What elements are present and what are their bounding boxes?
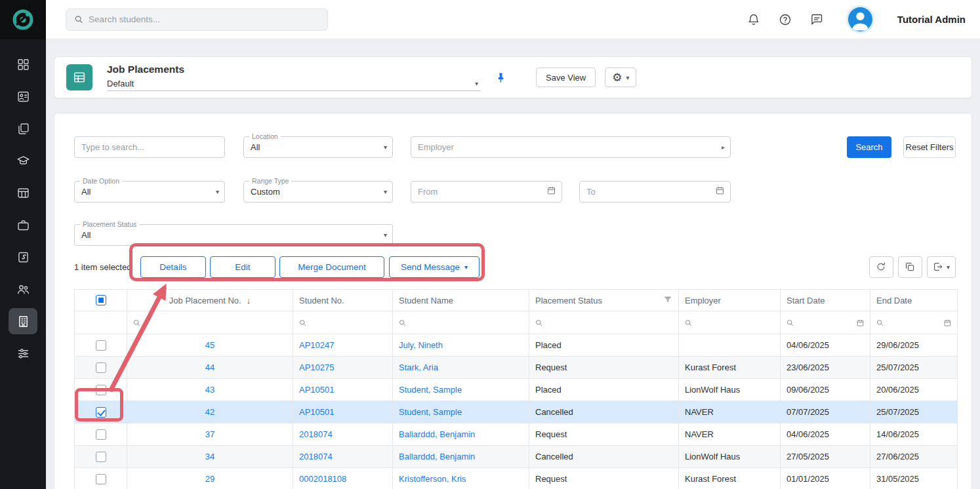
merge-document-button[interactable]: Merge Document xyxy=(279,256,384,278)
sidebar-item-tables[interactable] xyxy=(9,180,37,206)
refresh-button[interactable] xyxy=(869,256,893,278)
job-placement-link[interactable]: 45 xyxy=(205,340,214,350)
job-placement-link[interactable]: 42 xyxy=(205,407,214,417)
filter-input-student-no[interactable] xyxy=(311,318,387,328)
global-search[interactable] xyxy=(66,9,328,31)
student-name-link[interactable]: Ballarddd, Benjamin xyxy=(399,429,475,439)
sidebar-item-invoices[interactable] xyxy=(9,244,37,270)
student-no-link[interactable]: AP10501 xyxy=(299,385,335,395)
help-button[interactable] xyxy=(777,12,793,28)
calendar-icon[interactable] xyxy=(715,186,725,198)
search-button[interactable]: Search xyxy=(847,136,891,158)
filter-cell-start-date[interactable] xyxy=(781,311,870,334)
location-select[interactable]: Location All ▾ xyxy=(243,136,393,158)
date-option-select[interactable]: Date Option All ▾ xyxy=(74,181,225,203)
filter-cell-job-placement-no[interactable] xyxy=(127,311,293,334)
select-all-cell[interactable] xyxy=(75,290,127,311)
column-header-student-name[interactable]: Student Name xyxy=(393,290,529,311)
column-header-end-date[interactable]: End Date xyxy=(870,290,958,311)
table-row[interactable]: 37 2018074 Ballarddd, Benjamin Request N… xyxy=(75,423,958,446)
keyword-input[interactable] xyxy=(81,142,218,152)
filter-input-student-name[interactable] xyxy=(411,318,523,328)
job-placement-link[interactable]: 43 xyxy=(205,385,214,395)
row-checkbox[interactable] xyxy=(96,340,106,351)
reset-filters-button[interactable]: Reset Filters xyxy=(903,136,956,158)
view-selector[interactable]: Default ▾ xyxy=(107,78,481,91)
sidebar-item-courses[interactable] xyxy=(9,147,37,174)
range-type-select[interactable]: Range Type Custom ▾ xyxy=(243,181,393,203)
table-row[interactable]: 29 0002018108 Kristofferson, Kris Reques… xyxy=(75,468,958,489)
from-date-field[interactable] xyxy=(411,181,562,203)
view-settings-button[interactable]: ⚙ ▾ xyxy=(605,68,636,87)
pin-view-button[interactable] xyxy=(491,68,510,87)
student-no-link[interactable]: 0002018108 xyxy=(299,474,346,484)
table-row[interactable]: 34 2018074 Ballarddd, Benjamin Cancelled… xyxy=(75,446,958,468)
table-row[interactable]: 42 AP10501 Student, Sample Cancelled NAV… xyxy=(75,401,958,423)
column-header-student-no[interactable]: Student No. xyxy=(293,290,393,311)
calendar-icon[interactable] xyxy=(943,319,952,327)
filter-input-start-date[interactable] xyxy=(798,318,852,328)
details-button[interactable]: Details xyxy=(140,256,206,278)
calendar-icon[interactable] xyxy=(546,186,556,198)
sidebar-item-contacts[interactable] xyxy=(9,83,37,109)
student-name-link[interactable]: Stark, Aria xyxy=(399,362,438,372)
student-name-link[interactable]: Ballarddd, Benjamin xyxy=(399,452,475,461)
to-date-field[interactable] xyxy=(579,181,731,203)
student-no-link[interactable]: 2018074 xyxy=(299,429,333,439)
export-button[interactable]: ▾ xyxy=(927,256,956,278)
copy-button[interactable] xyxy=(898,256,922,278)
chat-button[interactable] xyxy=(809,12,825,28)
sidebar-item-settings[interactable] xyxy=(9,340,37,366)
send-message-button[interactable]: Send Message ▾ xyxy=(389,256,480,278)
student-name-link[interactable]: July, Nineth xyxy=(399,340,443,350)
filter-cell-student-no[interactable] xyxy=(293,311,393,334)
filter-input-placement-status[interactable] xyxy=(547,318,673,328)
keyword-search-field[interactable] xyxy=(74,136,225,158)
student-no-link[interactable]: 2018074 xyxy=(299,452,333,461)
chevron-right-icon[interactable]: ▸ xyxy=(722,144,725,151)
filter-input-job-placement-no[interactable] xyxy=(145,318,287,328)
table-row[interactable]: 45 AP10247 July, Nineth Placed 04/06/202… xyxy=(75,334,958,357)
column-header-employer[interactable]: Employer xyxy=(679,290,781,311)
app-logo[interactable] xyxy=(0,0,46,39)
select-all-checkbox[interactable] xyxy=(96,295,106,305)
table-row[interactable]: 43 AP10501 Student, Sample Placed LionWo… xyxy=(75,379,958,401)
placement-status-select[interactable]: Placement Status All ▾ xyxy=(74,224,393,246)
student-name-link[interactable]: Student, Sample xyxy=(399,407,462,417)
row-checkbox[interactable] xyxy=(96,474,106,484)
job-placement-link[interactable]: 34 xyxy=(205,452,214,461)
job-placement-link[interactable]: 37 xyxy=(205,429,214,439)
employer-combobox[interactable]: ▸ xyxy=(411,136,731,158)
student-name-link[interactable]: Student, Sample xyxy=(399,385,462,395)
sidebar-item-placements[interactable] xyxy=(9,308,37,334)
to-date-input[interactable] xyxy=(586,187,724,197)
row-checkbox[interactable] xyxy=(96,452,106,462)
employer-input[interactable] xyxy=(418,142,724,152)
row-checkbox[interactable] xyxy=(96,407,106,418)
avatar[interactable] xyxy=(848,7,872,31)
edit-button[interactable]: Edit xyxy=(210,256,276,278)
filter-cell-student-name[interactable] xyxy=(393,311,529,334)
save-view-button[interactable]: Save View xyxy=(536,68,596,87)
column-header-job-placement-no[interactable]: Job Placement No. ↓ xyxy=(127,290,293,311)
calendar-icon[interactable] xyxy=(856,319,865,327)
filter-input-employer[interactable] xyxy=(697,318,775,328)
filter-cell-end-date[interactable] xyxy=(870,311,958,334)
student-no-link[interactable]: AP10501 xyxy=(299,407,335,417)
column-header-placement-status[interactable]: Placement Status xyxy=(529,290,679,311)
column-header-start-date[interactable]: Start Date xyxy=(781,290,870,311)
row-checkbox[interactable] xyxy=(96,385,106,395)
student-no-link[interactable]: AP10247 xyxy=(299,340,335,350)
row-checkbox[interactable] xyxy=(96,429,106,440)
sidebar-item-jobs[interactable] xyxy=(9,212,37,238)
job-placement-link[interactable]: 44 xyxy=(205,362,214,372)
notifications-button[interactable] xyxy=(746,12,762,28)
search-input[interactable] xyxy=(89,14,319,24)
job-placement-link[interactable]: 29 xyxy=(205,474,214,484)
filter-cell-placement-status[interactable] xyxy=(529,311,679,334)
table-row[interactable]: 44 AP10275 Stark, Aria Request Kurast Fo… xyxy=(75,357,958,379)
student-no-link[interactable]: AP10275 xyxy=(299,362,335,372)
user-name[interactable]: Tutorial Admin xyxy=(897,14,966,25)
sidebar-item-groups[interactable] xyxy=(9,276,37,302)
sidebar-item-dashboard[interactable] xyxy=(9,51,37,77)
